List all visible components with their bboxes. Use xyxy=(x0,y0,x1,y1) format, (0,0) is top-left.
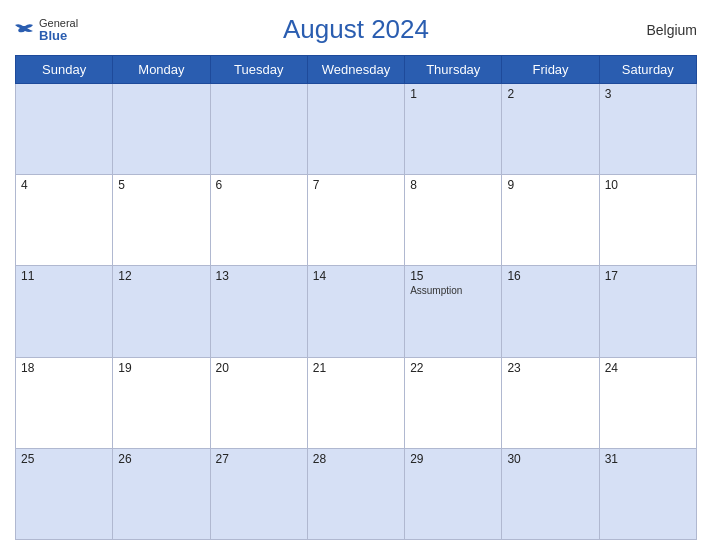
country-label: Belgium xyxy=(646,22,697,38)
calendar-day-cell: 25 xyxy=(16,448,113,539)
calendar-day-cell: 28 xyxy=(307,448,404,539)
day-number: 1 xyxy=(410,87,496,101)
calendar-day-cell: 7 xyxy=(307,175,404,266)
calendar-day-cell: 18 xyxy=(16,357,113,448)
calendar-day-cell: 1 xyxy=(405,84,502,175)
day-number: 25 xyxy=(21,452,107,466)
day-number: 12 xyxy=(118,269,204,283)
calendar-day-cell xyxy=(16,84,113,175)
calendar-week-row: 25262728293031 xyxy=(16,448,697,539)
day-number: 17 xyxy=(605,269,691,283)
calendar-day-cell: 2 xyxy=(502,84,599,175)
calendar-day-cell: 13 xyxy=(210,266,307,357)
calendar-day-cell: 24 xyxy=(599,357,696,448)
calendar-day-cell: 3 xyxy=(599,84,696,175)
weekday-header: Saturday xyxy=(599,56,696,84)
day-number: 7 xyxy=(313,178,399,192)
calendar-day-cell: 27 xyxy=(210,448,307,539)
calendar-table: SundayMondayTuesdayWednesdayThursdayFrid… xyxy=(15,55,697,540)
calendar-day-cell: 4 xyxy=(16,175,113,266)
day-number: 8 xyxy=(410,178,496,192)
calendar-day-cell: 23 xyxy=(502,357,599,448)
calendar-day-cell: 30 xyxy=(502,448,599,539)
day-number: 29 xyxy=(410,452,496,466)
calendar-week-row: 45678910 xyxy=(16,175,697,266)
day-number: 22 xyxy=(410,361,496,375)
calendar-day-cell xyxy=(210,84,307,175)
day-number: 26 xyxy=(118,452,204,466)
calendar-day-cell xyxy=(307,84,404,175)
calendar-day-cell: 17 xyxy=(599,266,696,357)
calendar-day-cell: 29 xyxy=(405,448,502,539)
day-number: 13 xyxy=(216,269,302,283)
day-number: 24 xyxy=(605,361,691,375)
weekday-header: Thursday xyxy=(405,56,502,84)
calendar-week-row: 18192021222324 xyxy=(16,357,697,448)
calendar-day-cell: 14 xyxy=(307,266,404,357)
day-number: 10 xyxy=(605,178,691,192)
day-number: 19 xyxy=(118,361,204,375)
calendar-day-cell: 9 xyxy=(502,175,599,266)
day-number: 23 xyxy=(507,361,593,375)
weekday-row: SundayMondayTuesdayWednesdayThursdayFrid… xyxy=(16,56,697,84)
calendar-day-cell: 20 xyxy=(210,357,307,448)
calendar-day-cell: 6 xyxy=(210,175,307,266)
day-number: 28 xyxy=(313,452,399,466)
day-number: 30 xyxy=(507,452,593,466)
weekday-header: Tuesday xyxy=(210,56,307,84)
day-number: 15 xyxy=(410,269,496,283)
weekday-header: Friday xyxy=(502,56,599,84)
day-number: 20 xyxy=(216,361,302,375)
day-number: 18 xyxy=(21,361,107,375)
calendar-week-row: 1112131415Assumption1617 xyxy=(16,266,697,357)
day-number: 21 xyxy=(313,361,399,375)
calendar-day-cell: 26 xyxy=(113,448,210,539)
calendar-day-cell: 22 xyxy=(405,357,502,448)
calendar-week-row: 123 xyxy=(16,84,697,175)
day-number: 11 xyxy=(21,269,107,283)
day-event: Assumption xyxy=(410,285,462,296)
calendar-header-row: SundayMondayTuesdayWednesdayThursdayFrid… xyxy=(16,56,697,84)
calendar-day-cell: 16 xyxy=(502,266,599,357)
calendar-day-cell: 5 xyxy=(113,175,210,266)
day-number: 4 xyxy=(21,178,107,192)
weekday-header: Monday xyxy=(113,56,210,84)
calendar-day-cell: 15Assumption xyxy=(405,266,502,357)
day-number: 3 xyxy=(605,87,691,101)
calendar-day-cell: 10 xyxy=(599,175,696,266)
calendar-body: 123456789101112131415Assumption161718192… xyxy=(16,84,697,540)
calendar-title: August 2024 xyxy=(283,14,429,45)
calendar-day-cell xyxy=(113,84,210,175)
day-number: 31 xyxy=(605,452,691,466)
logo-general-text: General xyxy=(39,18,78,29)
day-number: 5 xyxy=(118,178,204,192)
calendar-day-cell: 11 xyxy=(16,266,113,357)
day-number: 27 xyxy=(216,452,302,466)
day-number: 16 xyxy=(507,269,593,283)
day-number: 6 xyxy=(216,178,302,192)
weekday-header: Wednesday xyxy=(307,56,404,84)
logo: General Blue xyxy=(15,18,78,42)
calendar-day-cell: 12 xyxy=(113,266,210,357)
calendar-header: General Blue August 2024 Belgium xyxy=(15,10,697,49)
day-number: 9 xyxy=(507,178,593,192)
weekday-header: Sunday xyxy=(16,56,113,84)
calendar-day-cell: 8 xyxy=(405,175,502,266)
calendar-day-cell: 31 xyxy=(599,448,696,539)
day-number: 2 xyxy=(507,87,593,101)
day-number: 14 xyxy=(313,269,399,283)
bird-icon xyxy=(15,23,35,37)
calendar-day-cell: 19 xyxy=(113,357,210,448)
logo-blue-text: Blue xyxy=(39,29,78,42)
calendar-day-cell: 21 xyxy=(307,357,404,448)
